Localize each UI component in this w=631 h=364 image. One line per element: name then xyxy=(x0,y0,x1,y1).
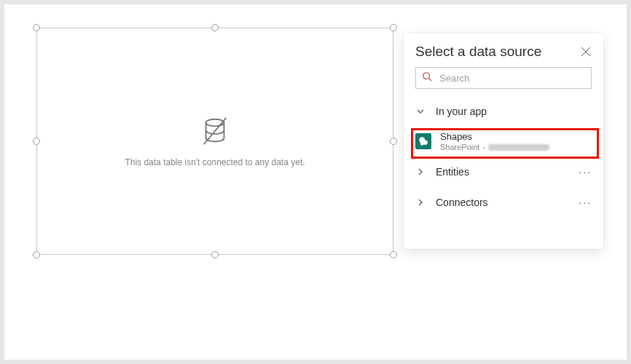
resize-handle-middle-right[interactable] xyxy=(390,138,397,145)
redacted-account-text xyxy=(488,144,549,151)
sharepoint-icon xyxy=(415,133,431,149)
resize-handle-bottom-middle[interactable] xyxy=(211,251,219,258)
section-label: Entities xyxy=(436,166,469,178)
app-canvas-frame: This data table isn't connected to any d… xyxy=(0,0,631,364)
search-icon xyxy=(422,71,432,84)
database-disconnected-icon xyxy=(198,115,232,151)
svg-point-4 xyxy=(423,73,430,79)
close-button[interactable] xyxy=(580,46,592,58)
chevron-right-icon xyxy=(415,167,426,176)
chevron-down-icon xyxy=(415,107,426,116)
resize-handle-bottom-right[interactable] xyxy=(390,251,397,258)
resize-handle-middle-left[interactable] xyxy=(33,138,40,145)
svg-point-8 xyxy=(420,142,424,146)
more-icon[interactable]: ··· xyxy=(579,166,592,178)
data-source-name: Shapes xyxy=(440,131,549,143)
section-connectors[interactable]: Connectors ··· xyxy=(404,187,603,218)
section-entities[interactable]: Entities ··· xyxy=(404,157,603,187)
resize-handle-top-right[interactable] xyxy=(390,24,397,31)
data-source-item-shapes[interactable]: Shapes SharePoint - xyxy=(404,127,603,157)
resize-handle-bottom-left[interactable] xyxy=(33,251,40,258)
more-icon[interactable]: ··· xyxy=(579,197,592,208)
resize-handle-top-left[interactable] xyxy=(33,24,40,31)
section-in-your-app[interactable]: In your app xyxy=(404,96,603,127)
section-label: In your app xyxy=(436,106,487,117)
section-label: Connectors xyxy=(436,197,488,208)
resize-handle-top-middle[interactable] xyxy=(211,24,219,31)
svg-line-5 xyxy=(429,79,432,82)
search-input[interactable] xyxy=(438,72,585,84)
datatable-placeholder-text: This data table isn't connected to any d… xyxy=(125,157,305,167)
data-source-subtext: SharePoint - xyxy=(440,143,549,152)
data-source-panel: Select a data source In your app xyxy=(404,33,603,249)
datatable-placeholder: This data table isn't connected to any d… xyxy=(37,28,393,254)
search-box[interactable] xyxy=(415,67,592,89)
chevron-right-icon xyxy=(415,198,426,207)
datatable-control-selected[interactable]: This data table isn't connected to any d… xyxy=(36,28,393,255)
panel-title: Select a data source xyxy=(415,44,541,60)
